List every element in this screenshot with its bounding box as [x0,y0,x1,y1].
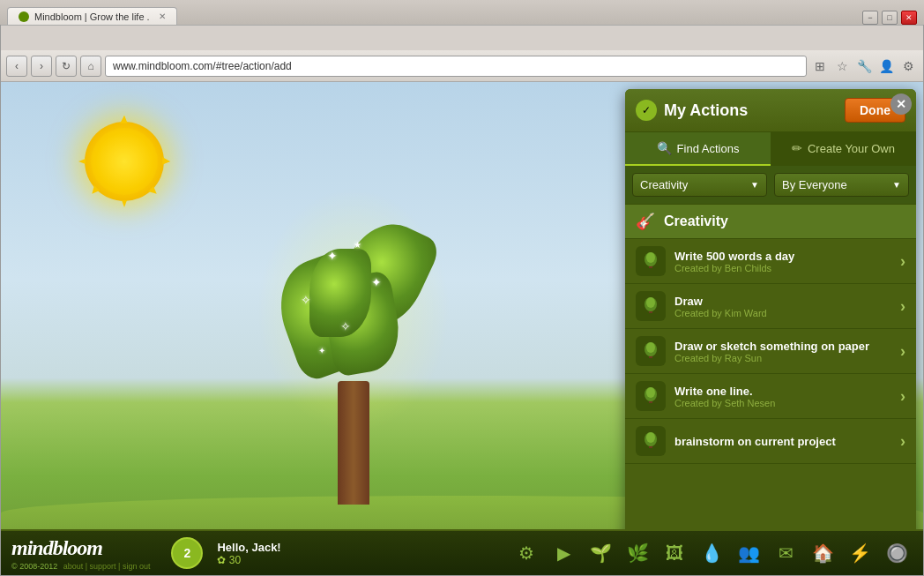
action-tree-icon [640,251,661,272]
play-icon[interactable]: ▶ [548,537,579,569]
action-name: brainstorm on current project [674,435,891,448]
bookmark-icon[interactable]: ☆ [832,56,852,76]
action-arrow-icon: › [900,342,905,361]
action-creator: Created by Ray Sun [674,353,891,363]
panel-tabs: 🔍 Find Actions ✏ Create Your Own [625,132,916,166]
brand-logo: mindbloom [11,536,150,560]
action-icon-wrap [636,336,666,366]
forward-button[interactable]: › [31,56,52,77]
action-item[interactable]: Draw Created by Kim Ward › [625,284,916,329]
tab-create-your-own[interactable]: ✏ Create Your Own [771,132,916,166]
action-name: Write 500 words a day [674,250,891,263]
nav-icons: ⊞ ☆ 🔧 👤 ⚙ [810,56,918,76]
action-name: Draw or sketch something on paper [674,340,891,353]
section-header: 🎸 Creativity [625,204,916,239]
action-arrow-icon: › [900,387,905,406]
action-tree-icon [640,295,661,317]
action-name: Write one line. [674,385,891,398]
action-icon-wrap [636,291,666,321]
level-badge: 2 [171,537,203,569]
email-icon[interactable]: ✉ [770,537,801,569]
svg-marker-6 [122,200,127,207]
gallery-icon[interactable]: 🖼 [659,537,690,569]
action-item[interactable]: Write 500 words a day Created by Ben Chi… [625,239,916,284]
browser-window: Mindbloom | Grow the life . ✕ − □ ✕ ‹ › … [0,0,924,576]
category-filter[interactable]: Creativity ▼ [632,173,767,197]
plant-icon[interactable]: 🌱 [585,537,616,569]
action-creator: Created by Kim Ward [674,308,891,318]
action-item[interactable]: brainstorm on current project › [625,419,916,464]
tab-find-actions[interactable]: 🔍 Find Actions [625,132,771,166]
home-taskbar-icon[interactable]: 🏠 [807,537,838,569]
taskbar-icons: ⚙ ▶ 🌱 🌿 🖼 💧 👥 ✉ 🏠 ⚡ 🔘 [510,537,913,569]
svg-marker-8 [78,159,86,164]
tree: ✦ ✧ ✦ ✧ ★ ✦ [265,205,442,505]
panel-close-button[interactable]: ✕ [890,94,912,115]
tree-icon[interactable]: 🌿 [622,537,653,569]
scope-filter[interactable]: By Everyone ▼ [774,173,909,197]
tab-find-label: Find Actions [677,142,740,155]
wrench-icon[interactable]: 🔧 [854,56,874,76]
maximize-button[interactable]: □ [882,11,898,25]
action-tree-icon [640,385,661,407]
minimize-button[interactable]: − [862,11,878,25]
url-text: www.mindbloom.com/#tree/action/add [113,60,292,72]
level-circle: 2 [171,537,203,569]
action-icon-wrap [636,381,666,411]
nav-bar: ‹ › ↻ ⌂ www.mindbloom.com/#tree/action/a… [1,50,923,82]
people-icon[interactable]: 👥 [733,537,764,569]
points-text: ✿ 30 [217,554,280,566]
category-arrow-icon: ▼ [750,180,759,190]
action-item[interactable]: Write one line. Created by Seth Nesen › [625,374,916,419]
window-controls: − □ ✕ [862,11,917,25]
search-icon: 🔍 [657,141,672,155]
user-info: Hello, Jack! ✿ 30 [217,541,280,566]
sparkle-1: ✦ [327,249,338,263]
brand-section: mindbloom © 2008-2012 about | support | … [11,536,150,571]
action-text: brainstorm on current project [674,435,891,448]
panel-title: My Actions [664,101,748,120]
close-button[interactable]: ✕ [901,11,917,25]
brand-tagline: © 2008-2012 about | support | sign out [11,562,150,571]
settings-taskbar-icon[interactable]: ⚙ [510,537,542,569]
svg-point-21 [646,387,655,398]
refresh-button[interactable]: ↻ [56,56,77,77]
person-icon[interactable]: 👤 [876,56,896,76]
tab-title: Mindbloom | Grow the life . [34,11,150,22]
action-item[interactable]: Draw or sketch something on paper Create… [625,329,916,374]
back-button[interactable]: ‹ [6,56,27,77]
tab-close-icon[interactable]: ✕ [159,11,166,21]
sparkle-4: ✧ [340,319,351,333]
circle-icon[interactable]: 🔘 [881,537,913,569]
creativity-icon: 🎸 [636,212,655,231]
home-button[interactable]: ⌂ [80,56,101,77]
translate-icon[interactable]: ⊞ [810,56,830,76]
points-flower-icon: ✿ [217,554,226,566]
sun [71,108,177,214]
title-bar: Mindbloom | Grow the life . ✕ − □ ✕ [1,1,923,26]
settings-icon[interactable]: ⚙ [898,56,918,76]
svg-point-15 [646,297,655,308]
action-arrow-icon: › [900,252,905,271]
water-drop-icon[interactable]: 💧 [696,537,727,569]
browser-tab[interactable]: Mindbloom | Grow the life . ✕ [7,7,177,25]
svg-point-1 [91,128,158,195]
category-value: Creativity [640,178,688,191]
panel-logo-icon: ✓ [636,100,657,121]
sparkle-2: ✧ [301,293,311,307]
svg-point-12 [646,252,655,263]
action-text: Write one line. Created by Seth Nesen [674,385,891,408]
action-icon-wrap [636,426,666,456]
actions-panel: ✕ ✓ My Actions Done 🔍 Find Actions ✏ Cre… [625,89,916,568]
section-title: Creativity [664,213,728,229]
lightning-icon[interactable]: ⚡ [844,537,876,569]
scope-value: By Everyone [782,178,847,191]
action-arrow-icon: › [900,432,905,451]
action-name: Draw [674,295,891,308]
filter-row: Creativity ▼ By Everyone ▼ [625,166,916,204]
pencil-icon: ✏ [792,141,802,155]
action-tree-icon [640,430,661,452]
sparkle-3: ✦ [371,275,382,289]
svg-point-24 [646,432,655,443]
address-bar[interactable]: www.mindbloom.com/#tree/action/add [105,56,807,77]
